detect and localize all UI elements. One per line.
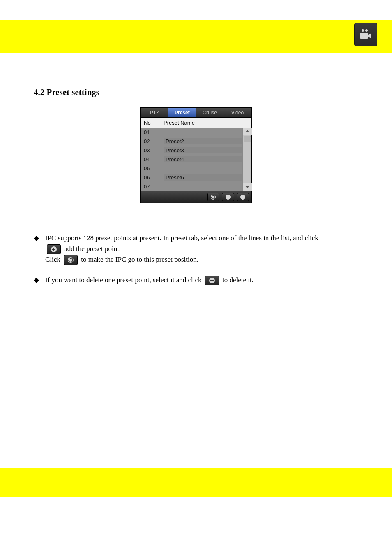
svg-point-1 [365, 29, 368, 32]
instruction-text: IPC supports 128 preset points at presen… [45, 234, 318, 242]
instruction-list: ◆ IPC supports 128 preset points at pres… [34, 233, 358, 285]
table-row[interactable]: 05 [141, 164, 242, 173]
add-preset-button[interactable] [222, 193, 234, 201]
instruction-text: If you want to delete one preset point, … [45, 276, 203, 284]
table-header: No Preset Name [141, 118, 251, 128]
bottom-banner [0, 468, 392, 497]
svg-rect-17 [210, 280, 214, 281]
spacer [0, 295, 392, 468]
add-preset-button-inline[interactable] [47, 244, 61, 254]
table-row[interactable]: 04 Preset4 [141, 155, 242, 164]
tab-preset[interactable]: Preset [168, 108, 196, 117]
list-item: ◆ If you want to delete one preset point… [34, 275, 358, 285]
goto-preset-button-inline[interactable] [64, 255, 78, 265]
top-banner [0, 20, 392, 53]
table-row[interactable]: 03 Preset3 [141, 146, 242, 155]
minus-icon [240, 194, 246, 200]
cell-no: 03 [141, 147, 164, 153]
bullet-icon: ◆ [34, 233, 45, 244]
delete-preset-button[interactable] [237, 193, 249, 201]
goto-icon [67, 257, 74, 263]
panel-footer [141, 191, 251, 203]
preset-table: No Preset Name 01 02 Preset2 [141, 118, 251, 191]
table-row[interactable]: 06 Preset6 [141, 173, 242, 182]
plus-icon [225, 194, 231, 200]
table-row[interactable]: 02 Preset2 [141, 137, 242, 146]
minus-icon [209, 277, 215, 284]
section-title: 4.2 Preset settings [34, 87, 358, 97]
cell-no: 01 [141, 129, 164, 135]
content-area: 4.2 Preset settings PTZ Preset Cruise Vi… [0, 87, 392, 285]
tab-ptz[interactable]: PTZ [141, 108, 168, 117]
camera-icon [354, 23, 377, 46]
scroll-down-button[interactable] [243, 183, 252, 191]
goto-preset-button[interactable] [207, 193, 219, 201]
svg-marker-3 [368, 33, 371, 38]
scrollbar[interactable] [242, 128, 251, 191]
preset-panel-wrap: PTZ Preset Cruise Video No Preset Name [34, 107, 358, 203]
cell-no: 02 [141, 138, 164, 144]
cell-no: 05 [141, 165, 164, 172]
cell-name: Preset4 [164, 156, 242, 162]
cell-name: Preset6 [164, 174, 242, 181]
camera-glyph [359, 29, 373, 40]
cell-no: 06 [141, 174, 164, 181]
instruction-text: Click [45, 255, 62, 263]
rows-wrap: 01 02 Preset2 03 Preset3 [141, 128, 242, 191]
tab-video[interactable]: Video [224, 108, 251, 117]
instruction-text: to delete it. [222, 276, 254, 284]
scroll-up-button[interactable] [243, 128, 252, 135]
cell-name: Preset3 [164, 147, 242, 153]
scroll-thumb[interactable] [244, 136, 251, 142]
preset-panel: PTZ Preset Cruise Video No Preset Name [140, 107, 252, 203]
table-row[interactable]: 01 [141, 128, 242, 137]
svg-rect-13 [52, 249, 55, 250]
goto-icon [210, 194, 216, 200]
cell-name: Preset2 [164, 138, 242, 144]
svg-rect-2 [360, 33, 368, 39]
tabs: PTZ Preset Cruise Video [141, 108, 251, 118]
bullet-icon: ◆ [34, 275, 45, 285]
chevron-up-icon [245, 130, 249, 132]
svg-point-0 [362, 29, 364, 32]
list-item: ◆ IPC supports 128 preset points at pres… [34, 233, 358, 265]
header-name: Preset Name [164, 120, 242, 126]
page-root: 4.2 Preset settings PTZ Preset Cruise Vi… [0, 20, 392, 497]
chevron-down-icon [245, 186, 249, 188]
instruction-text: to make the IPC go to this preset positi… [81, 255, 198, 263]
instruction-text: add the preset point. [64, 245, 121, 253]
svg-rect-8 [227, 197, 230, 197]
cell-no: 04 [141, 156, 164, 162]
header-no: No [141, 120, 164, 126]
cell-no: 07 [141, 183, 164, 190]
tab-cruise[interactable]: Cruise [196, 108, 224, 117]
plus-icon [51, 246, 57, 253]
svg-rect-10 [242, 197, 244, 197]
delete-preset-button-inline[interactable] [205, 276, 219, 285]
table-row[interactable]: 07 [141, 182, 242, 191]
